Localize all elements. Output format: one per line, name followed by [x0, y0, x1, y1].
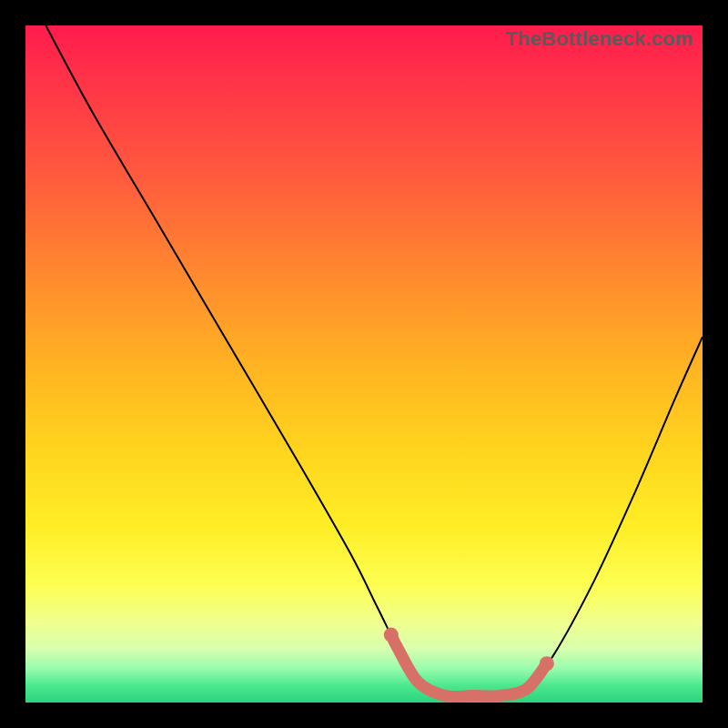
bottleneck-curve-highlight: [391, 635, 547, 697]
watermark-text: TheBottleneck.com: [506, 27, 693, 51]
chart-plot-area: TheBottleneck.com: [25, 25, 703, 703]
chart-svg: [25, 25, 703, 703]
highlight-end-dot: [540, 656, 554, 671]
bottleneck-curve: [46, 25, 703, 697]
chart-frame: TheBottleneck.com: [0, 0, 728, 728]
highlight-start-dot: [384, 628, 399, 642]
